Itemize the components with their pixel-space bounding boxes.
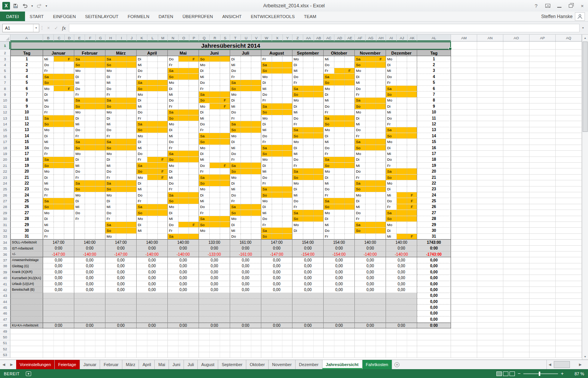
cell[interactable] <box>241 352 251 358</box>
calendar-cell[interactable]: Mi <box>324 139 355 145</box>
cell[interactable] <box>74 346 85 351</box>
cell[interactable] <box>147 222 158 227</box>
cell[interactable] <box>74 346 105 352</box>
calendar-cell[interactable]: Mi <box>386 151 417 157</box>
cell[interactable] <box>74 352 85 358</box>
holiday-flag-cell[interactable] <box>64 127 74 133</box>
cell[interactable] <box>179 145 189 150</box>
holiday-flag-cell[interactable] <box>251 62 261 67</box>
calendar-cell[interactable]: Fr <box>74 92 105 97</box>
cell[interactable] <box>477 68 503 74</box>
holiday-flag-cell[interactable] <box>376 80 386 85</box>
cell[interactable] <box>303 352 314 358</box>
weekday-cell[interactable]: Mo <box>292 139 303 144</box>
cell[interactable] <box>397 204 407 210</box>
weekday-cell[interactable]: Mo <box>261 74 272 79</box>
cell[interactable] <box>386 352 417 358</box>
holiday-flag-cell[interactable] <box>189 74 199 79</box>
weekday-cell[interactable]: Di <box>137 98 147 103</box>
holiday-flag-cell[interactable] <box>345 175 354 180</box>
weekday-cell[interactable]: Fr <box>230 115 241 121</box>
weekday-cell[interactable]: Do <box>355 86 366 91</box>
cell[interactable] <box>477 352 503 358</box>
calendar-cell[interactable] <box>199 234 230 240</box>
cell[interactable] <box>210 340 220 346</box>
holiday-flag-cell[interactable] <box>127 222 136 227</box>
holiday-flag-cell[interactable] <box>345 222 354 227</box>
calendar-cell[interactable]: Mo <box>43 168 74 174</box>
cell[interactable] <box>366 121 376 127</box>
summary-value-cell[interactable] <box>105 316 137 322</box>
holiday-flag-cell[interactable] <box>282 98 292 103</box>
cell[interactable] <box>334 68 345 73</box>
calendar-cell[interactable]: Fr <box>261 56 292 62</box>
calendar-cell[interactable]: Di <box>105 198 137 204</box>
summary-value-cell[interactable]: 0,00 <box>137 275 168 281</box>
weekday-cell[interactable]: Mi <box>137 228 147 233</box>
holiday-flag-cell[interactable] <box>64 115 74 121</box>
calendar-cell[interactable]: Do <box>137 110 168 115</box>
holiday-flag-cell[interactable] <box>189 103 199 109</box>
cell[interactable] <box>241 180 251 186</box>
weekday-cell[interactable]: So <box>292 216 303 221</box>
cell[interactable] <box>272 98 282 103</box>
holiday-flag-cell[interactable] <box>220 127 230 133</box>
summary-value-cell[interactable] <box>137 316 168 322</box>
cell[interactable] <box>272 175 282 180</box>
calendar-cell[interactable]: Do <box>199 204 230 210</box>
calendar-cell[interactable]: Fr <box>105 216 137 222</box>
cell[interactable] <box>85 187 95 192</box>
holiday-flag-cell[interactable] <box>64 168 74 174</box>
summary-value-cell[interactable]: 0,00 <box>137 269 168 275</box>
weekday-cell[interactable]: Mi <box>386 110 397 115</box>
qat-customize-icon[interactable]: ▼ <box>45 5 48 7</box>
cell[interactable] <box>477 175 503 180</box>
calendar-cell[interactable]: Mo <box>168 121 199 127</box>
cell[interactable] <box>54 115 64 121</box>
cell[interactable] <box>530 74 556 80</box>
cell[interactable] <box>397 56 407 62</box>
day-number-cell[interactable]: 3 <box>10 68 43 74</box>
weekday-cell[interactable]: Di <box>230 56 241 62</box>
holiday-flag-cell[interactable] <box>407 103 417 109</box>
cell[interactable] <box>451 287 477 293</box>
weekday-cell[interactable]: Di <box>261 121 272 127</box>
holiday-flag-cell[interactable] <box>64 121 74 127</box>
weekday-cell[interactable]: Do <box>324 103 334 109</box>
weekday-cell[interactable]: Di <box>292 62 303 67</box>
cell[interactable] <box>137 328 168 334</box>
cell[interactable] <box>530 281 556 287</box>
column-header-c[interactable]: C <box>54 35 65 41</box>
weekday-cell[interactable]: Sa <box>137 204 147 210</box>
day-number-cell[interactable]: 19 <box>417 163 451 168</box>
cell[interactable] <box>386 328 417 334</box>
scroll-right-icon[interactable]: ▶ <box>577 363 583 366</box>
cell[interactable] <box>530 257 556 263</box>
holiday-flag-cell[interactable] <box>314 74 323 79</box>
cell[interactable] <box>556 68 582 74</box>
cell[interactable] <box>85 198 95 203</box>
cell[interactable] <box>189 334 199 340</box>
cell[interactable] <box>503 210 530 216</box>
weekday-cell[interactable]: Do <box>105 86 116 91</box>
holiday-flag-cell[interactable] <box>407 210 417 215</box>
summary-value-cell[interactable]: 0:00 <box>386 323 417 328</box>
calendar-cell[interactable]: Mo <box>137 92 168 97</box>
weekday-cell[interactable]: Mi <box>105 80 116 85</box>
column-header-v[interactable]: V <box>252 35 261 41</box>
cell[interactable] <box>64 340 74 346</box>
row-header-3[interactable]: 3 <box>0 56 10 62</box>
calendar-cell[interactable]: Do <box>105 210 137 216</box>
calendar-cell[interactable]: Sa <box>74 139 105 145</box>
calendar-cell[interactable]: Do <box>386 157 417 163</box>
cell[interactable] <box>282 340 292 346</box>
ribbon-tab-ansicht[interactable]: ANSICHT <box>217 12 246 21</box>
calendar-cell[interactable]: Mi <box>230 187 261 192</box>
summary-value-cell[interactable] <box>386 299 417 305</box>
summary-value-cell[interactable] <box>43 311 74 316</box>
weekday-cell[interactable]: Fr <box>230 74 241 79</box>
weekday-cell[interactable]: So <box>74 62 85 67</box>
calendar-cell[interactable]: So <box>74 145 105 151</box>
cell[interactable] <box>241 74 251 79</box>
column-header-i[interactable]: I <box>116 35 127 41</box>
